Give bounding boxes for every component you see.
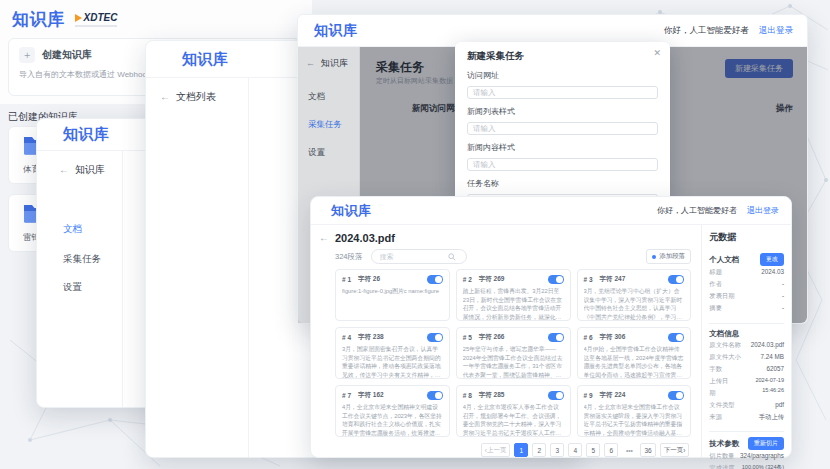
back-arrow-icon: ← [160, 91, 170, 102]
sidebar-item-settings[interactable]: 设置 [63, 281, 82, 294]
chunk-toggle[interactable] [548, 333, 564, 342]
app-logo: 知识库 [63, 125, 110, 144]
edit-metadata-button[interactable]: 更改 [760, 253, 784, 266]
logout-link[interactable]: 退出登录 [759, 25, 793, 37]
page-button-6[interactable]: 6 [604, 443, 618, 457]
page-button-3[interactable]: 3 [550, 443, 564, 457]
user-greeting: 你好，人工智能爱好者 [657, 205, 737, 216]
user-greeting: 你好，人工智能爱好者 [664, 25, 749, 37]
page-button-1[interactable]: 1 [514, 443, 528, 457]
app-logo: 知识库 [182, 50, 229, 69]
sidebar-item-documents[interactable]: 文档 [63, 223, 82, 236]
app-logo: 知识库 [331, 202, 372, 220]
company-logo: XDTEC [75, 12, 118, 27]
chunk-card[interactable]: # 4 字符 238 3月，国家层面密集召开会议，认真学习贯彻习近平总书记在全国… [335, 327, 450, 379]
field-label-content-style: 新闻内容样式 [467, 142, 658, 153]
sidebar-item-collect-tasks[interactable]: 采集任务 [63, 253, 101, 266]
pagination: ‹ 上一页 1 2 3 4 5 6 ••• 36 下一页 › [319, 443, 689, 457]
chunk-toggle[interactable] [548, 391, 564, 400]
plus-icon: ＋ [19, 47, 35, 63]
chunk-card[interactable]: # 2 字符 269 踏上新征程，雷锋再出发。3月22日至23日，新时代全国学雷… [456, 269, 571, 321]
company-logo-text: XDTEC [84, 12, 118, 23]
metadata-panel: 元数据 个人文档 更改 标题2024.03 作者- 发表日期- 摘要- 文档信息… [701, 225, 791, 457]
back-to-kb-list[interactable]: ←知识库 [59, 163, 105, 177]
document-window: 知识库 你好，人工智能爱好者 退出登录 ← 2024.03.pdf 324段落 [310, 196, 792, 458]
rechunk-button[interactable]: 重新切片 [748, 437, 784, 450]
back-arrow-icon: ← [59, 164, 69, 175]
paragraph-count: 324段落 [335, 252, 363, 262]
search-input[interactable] [378, 252, 448, 261]
next-page-button[interactable]: 下一页 › [660, 443, 690, 457]
chunk-card[interactable]: # 6 字符 306 4月伊始，全国学雷锋工作会议精神传达至各地基层一线，202… [577, 327, 692, 379]
page-ellipsis[interactable]: ••• [622, 443, 636, 457]
chunk-card[interactable]: # 1 字符 26 figure:1-figure-0.jpg图片c name:… [335, 269, 450, 321]
screen: 知识库 XDTEC ＋ 创建知识库 导入自有的文本数据或通过 Webhook 实… [0, 0, 830, 469]
chunk-search[interactable] [371, 249, 467, 264]
chunk-toggle[interactable] [668, 275, 684, 284]
chunk-toggle[interactable] [668, 391, 684, 400]
chunk-toggle[interactable] [668, 333, 684, 342]
field-label-url: 访问网址 [467, 70, 658, 81]
page-button-4[interactable]: 4 [568, 443, 582, 457]
chunk-grid: # 1 字符 26 figure:1-figure-0.jpg图片c name:… [335, 269, 691, 437]
dot-icon [652, 255, 656, 259]
document-title: 2024.03.pdf [335, 232, 395, 244]
back-arrow-icon[interactable]: ← [319, 232, 329, 243]
chunk-card[interactable]: # 3 字符 247 3月，党组理论学习中心组（扩大）会议集中学习，深入学习贯彻… [577, 269, 692, 321]
page-button-5[interactable]: 5 [586, 443, 600, 457]
chunk-card[interactable]: # 7 字符 162 4月，全北京市迎来全国精神文明建设工作会议关键节点，202… [335, 385, 450, 437]
doc-type-label: 个人文档 [709, 255, 739, 265]
logout-link[interactable]: 退出登录 [747, 205, 779, 216]
chunk-toggle[interactable] [427, 333, 443, 342]
close-icon[interactable]: ✕ [653, 48, 661, 58]
chunk-toggle[interactable] [427, 391, 443, 400]
content-style-input[interactable] [467, 158, 658, 171]
search-icon [448, 253, 456, 261]
sidebar-divider [37, 151, 123, 407]
field-label-task-name: 任务名称 [467, 178, 658, 189]
chunk-card[interactable]: # 9 字符 224 4月，全北京市迎来全国雷锋工作会议贯彻落实关键阶段，要深入… [577, 385, 692, 437]
add-paragraph-button[interactable]: 添加段落 [646, 249, 691, 264]
app-logo: 知识库 [12, 8, 65, 31]
field-label-list-style: 新闻列表样式 [467, 106, 658, 117]
doc-info-title: 文档信息 [709, 329, 739, 339]
sidebar-divider [146, 78, 249, 457]
app-logo: 知识库 [314, 22, 358, 40]
new-task-modal: 新建采集任务 ✕ 访问网址 新闻列表样式 新闻内容样式 任务名称 是否定时执行 … [455, 42, 670, 202]
url-input[interactable] [467, 86, 658, 99]
modal-title: 新建采集任务 [467, 50, 658, 63]
chunk-toggle[interactable] [548, 275, 564, 284]
create-kb-title: 创建知识库 [42, 48, 92, 62]
company-logo-arrow-icon [75, 14, 82, 22]
chunk-list-pane: ← 2024.03.pdf 324段落 添加段落 [311, 225, 701, 457]
page-button-last[interactable]: 36 [640, 443, 655, 457]
chunk-card[interactable]: # 8 字符 285 4月，全北京市退役军人事务工作会议召开，规划部署今年工作。… [456, 385, 571, 437]
list-style-input[interactable] [467, 122, 658, 135]
page-button-2[interactable]: 2 [532, 443, 546, 457]
chunk-toggle[interactable] [427, 275, 443, 284]
back-to-doc-list[interactable]: ←文档列表 [160, 90, 216, 104]
chunk-card[interactable]: # 5 字符 266 25年坚守与传承，谱写志愿华章——2024年全国雷锋工作会… [456, 327, 571, 379]
metadata-title: 元数据 [709, 231, 784, 244]
tech-params-title: 技术参数 [709, 439, 739, 449]
prev-page-button[interactable]: ‹ 上一页 [481, 443, 511, 457]
